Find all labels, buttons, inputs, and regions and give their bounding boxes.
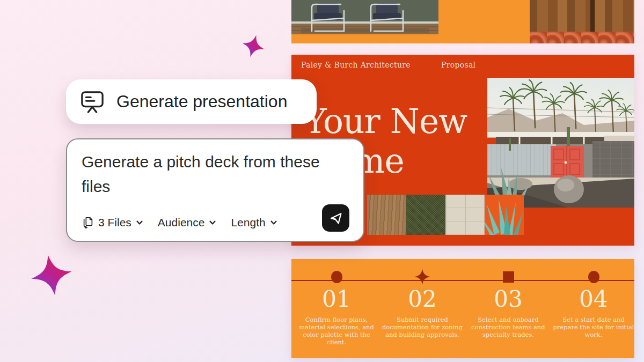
send-arrow-icon	[328, 211, 343, 226]
agave-leaves	[485, 195, 524, 235]
prompt-input[interactable]: Generate a pitch deck from these files	[82, 150, 334, 199]
step-description: Submit required documentation for zoning…	[382, 316, 463, 338]
sparkle-icon	[26, 249, 76, 301]
timeline-marker-square	[503, 271, 514, 283]
slide-heading-line1: Your New	[304, 102, 467, 142]
generate-presentation-label: Generate presentation	[116, 92, 287, 112]
step-number: 03	[463, 287, 554, 312]
timeline-marker-circle	[331, 271, 342, 283]
add-files-icon	[82, 216, 94, 229]
prompt-options-row: 3 Files Audience Length	[82, 216, 278, 229]
timeline-step-2: 02 Submit required documentation for zon…	[377, 268, 468, 338]
tile-swatch	[445, 195, 485, 235]
send-button[interactable]	[322, 204, 349, 232]
chevron-down-icon	[208, 218, 217, 227]
timeline-step-4: 04 Set a start date and prepare the site…	[548, 268, 639, 338]
timeline-step-3: 03 Select and onboard construction teams…	[463, 268, 554, 338]
audience-dropdown[interactable]: Audience	[158, 216, 217, 229]
chairs-photo	[291, 0, 438, 34]
files-dropdown[interactable]: 3 Files	[82, 216, 144, 229]
length-dropdown[interactable]: Length	[231, 216, 277, 229]
step-description: Select and onboard construction teams an…	[467, 316, 549, 338]
timeline-step-1: 01 Confirm floor plans, material selecti…	[291, 268, 382, 346]
sparkle-icon	[239, 31, 268, 61]
chevron-down-icon	[135, 218, 144, 227]
palm-springs-house-photo	[487, 78, 634, 208]
slide-company-name: Paley & Burch Architecture	[301, 61, 411, 69]
green-fabric-swatch	[406, 195, 445, 235]
step-number: 04	[548, 287, 639, 312]
step-number: 01	[291, 287, 382, 312]
wood-couch-photo	[530, 0, 634, 43]
length-dropdown-label: Length	[231, 216, 265, 229]
agave-swatch	[485, 195, 524, 235]
wood-swatch	[367, 195, 406, 235]
slide-timeline: 01 Confirm floor plans, material selecti…	[291, 259, 634, 358]
audience-dropdown-label: Audience	[158, 216, 205, 229]
chevron-down-icon	[269, 218, 278, 227]
generate-presentation-button[interactable]: Generate presentation	[66, 79, 317, 124]
presentation-board-icon	[80, 90, 105, 114]
slide-top-cropped	[291, 0, 634, 43]
prompt-card: Generate a pitch deck from these files 3…	[66, 138, 364, 242]
step-description: Set a start date and prepare the site fo…	[553, 316, 634, 338]
files-dropdown-label: 3 Files	[98, 216, 131, 229]
step-number: 02	[377, 287, 468, 312]
material-swatches	[367, 195, 524, 235]
step-description: Confirm floor plans, material selections…	[296, 316, 377, 346]
timeline-marker-diamond-star	[414, 269, 430, 285]
slide-doc-type: Proposal	[441, 61, 475, 69]
timeline-marker-circle	[588, 271, 599, 283]
screenshot-root: Paley & Burch Architecture Proposal Your…	[0, 0, 644, 362]
